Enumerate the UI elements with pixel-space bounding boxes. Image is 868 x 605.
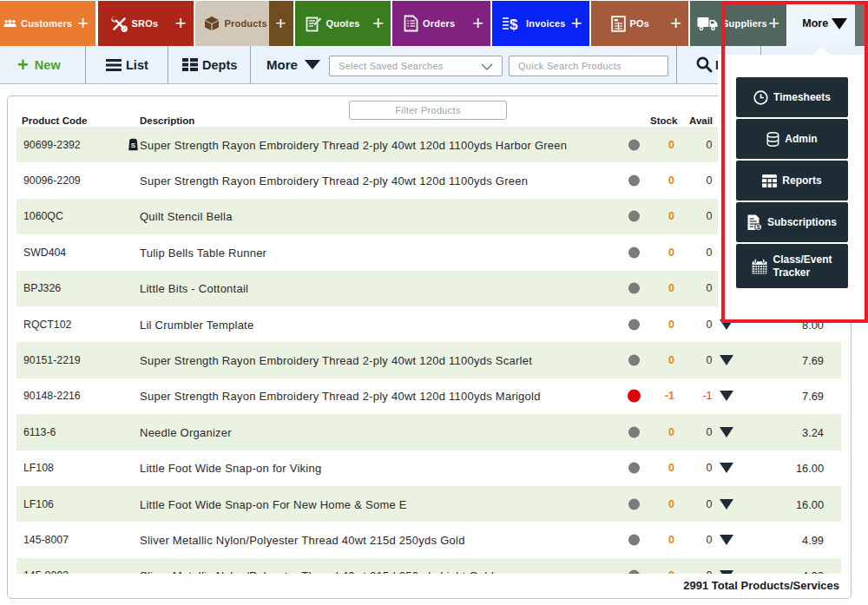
- svg-text:S: S: [131, 141, 136, 149]
- svg-text:$: $: [510, 16, 518, 32]
